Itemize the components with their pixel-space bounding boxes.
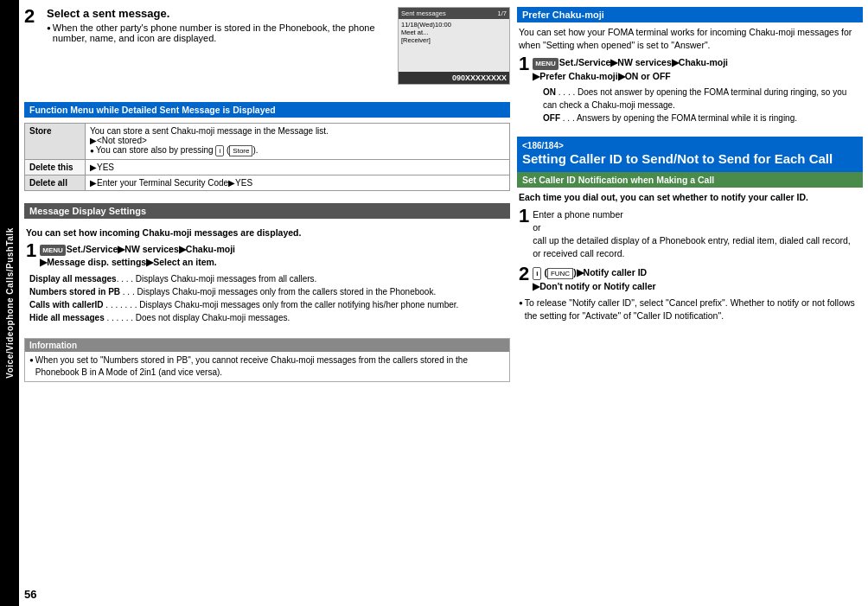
delete-this-content: ▶YES <box>86 160 510 175</box>
setting-label-0: Display all messages <box>29 274 117 284</box>
store-bullet-text: You can store also by pressing i (Store)… <box>96 145 258 156</box>
img-body: 11/18(Wed)10:00 Meet at... [Receiver] <box>399 19 509 72</box>
on-item: ON . . . . Does not answer by opening th… <box>543 86 861 112</box>
msg-display-header: Message Display Settings <box>24 203 510 219</box>
main-content: 2 Sent messages 1/7 11/18(Wed)10:00 Meet… <box>19 0 868 606</box>
img-header-right: 1/7 <box>498 10 507 17</box>
left-column: 2 Sent messages 1/7 11/18(Wed)10:00 Meet… <box>24 7 510 601</box>
table-row: Delete all ▶Enter your Terminal Security… <box>25 175 510 191</box>
func-menu-table: Store You can store a sent Chaku-moji me… <box>24 123 510 191</box>
msg-display-step1: 1 MENUSet./Service▶NW services▶Chaku-moj… <box>26 241 508 269</box>
store-content: You can store a sent Chaku-moji message … <box>86 124 510 160</box>
func-label: FUNC <box>547 268 573 279</box>
set-caller-notif-header: Set Caller ID Notification when Making a… <box>517 172 863 188</box>
info-bullet-text: When you set to "Numbers stored in PB", … <box>35 354 505 379</box>
set-caller-step2-num: 2 <box>519 265 529 293</box>
func-icon: i <box>533 267 541 280</box>
set-caller-bullet: To release "Notify caller ID", select "C… <box>519 297 861 322</box>
prefer-chaku-body: You can set how your FOMA terminal works… <box>517 22 863 128</box>
delete-all-content: ▶Enter your Terminal Security Code▶YES <box>86 175 510 191</box>
step2-bullet: When the other party's phone number is s… <box>47 22 391 43</box>
off-item: OFF . . . Answers by opening the FOMA te… <box>543 112 861 124</box>
store-icon-label: Store <box>229 145 252 156</box>
step2-number: 2 <box>24 7 41 88</box>
right-column: Prefer Chaku-moji You can set how your F… <box>517 7 863 601</box>
setting-desc-2: . . . . . . . Displays Chaku-moji messag… <box>104 300 459 309</box>
off-label: OFF <box>543 113 560 123</box>
step2-content: Sent messages 1/7 11/18(Wed)10:00 Meet a… <box>47 7 510 88</box>
info-body: When you set to "Numbers stored in PB", … <box>25 352 509 381</box>
off-desc: . . . Answers by opening the FOMA termin… <box>560 113 797 123</box>
prefer-step1-num: 1 <box>519 54 529 82</box>
setting-desc-0: . . . . Displays Chaku-moji messages fro… <box>117 274 317 284</box>
setting-desc-3: . . . . . . Does not display Chaku-moji … <box>105 313 290 322</box>
prefer-chaku-intro: You can set how your FOMA terminal works… <box>519 26 861 51</box>
set-caller-step1: 1 Enter a phone number or call up the de… <box>519 207 861 259</box>
setting-label-2: Calls with callerID <box>29 300 104 309</box>
list-item: Calls with callerID . . . . . . . Displa… <box>29 298 508 311</box>
img-meet: Meet at... <box>401 29 507 36</box>
prefer-step1: 1 MENUSet./Service▶NW services▶Chaku-moj… <box>519 54 861 82</box>
set-caller-step1-text: Enter a phone number or call up the deta… <box>533 207 861 259</box>
on-label: ON <box>543 87 556 97</box>
set-caller-body: Each time you dial out, you can set whet… <box>517 188 863 326</box>
step2-bullet-text: When the other party's phone number is s… <box>53 22 391 43</box>
img-date: 11/18(Wed)10:00 <box>401 21 507 29</box>
info-box: Information When you set to "Numbers sto… <box>24 338 510 382</box>
step2-block: 2 Sent messages 1/7 11/18(Wed)10:00 Meet… <box>24 7 510 88</box>
sidebar: Voice/Videophone Calls/PushTalk <box>0 0 19 606</box>
info-header: Information <box>25 339 509 352</box>
list-item: Hide all messages . . . . . . Does not d… <box>29 311 508 324</box>
img-header: Sent messages 1/7 <box>399 8 509 19</box>
step1-number: 1 <box>26 241 36 269</box>
list-item: Display all messages. . . . Displays Cha… <box>29 272 508 285</box>
caller-section-number: <186/184> <box>522 141 858 150</box>
img-header-left: Sent messages <box>401 10 446 17</box>
store-line1: You can store a sent Chaku-moji message … <box>90 126 329 136</box>
delete-all-label: Delete all <box>25 175 86 191</box>
step1-text: MENUSet./Service▶NW services▶Chaku-moji … <box>40 241 235 269</box>
img-receiver: [Receiver] <box>401 36 507 44</box>
page-number: 56 <box>24 584 510 601</box>
set-caller-step2: 2 i (FUNC)▶Notify caller ID ▶Don't notif… <box>519 265 861 293</box>
set-caller-bullet-text: To release "Notify caller ID", select "C… <box>525 297 861 322</box>
setting-items: Display all messages. . . . Displays Cha… <box>26 272 508 324</box>
menu-icon: MENU <box>40 245 66 256</box>
prefer-chaku-header: Prefer Chaku-moji <box>517 7 863 22</box>
store-icon: i <box>215 145 224 156</box>
store-bullet: You can store also by pressing i (Store)… <box>90 145 505 156</box>
set-caller-step2-content: i (FUNC)▶Notify caller ID ▶Don't notify … <box>533 265 655 293</box>
on-desc: . . . . Does not answer by opening the F… <box>543 87 846 110</box>
setting-caller-id-section: <186/184> Setting Caller ID to Send/Not … <box>517 137 863 172</box>
set-caller-step1-num: 1 <box>519 207 529 259</box>
table-row: Delete this ▶YES <box>25 160 510 175</box>
img-phone: 090XXXXXXXX <box>452 73 507 82</box>
store-label: Store <box>25 124 86 160</box>
caller-section-title: Setting Caller ID to Send/Not to Send fo… <box>522 150 858 168</box>
prefer-menu-icon: MENU <box>533 58 558 69</box>
on-off-section: ON . . . . Does not answer by opening th… <box>519 86 861 124</box>
msg-display-body: You can set how incoming Chaku-moji mess… <box>24 224 510 328</box>
setting-label-3: Hide all messages <box>29 313 105 322</box>
list-item: Numbers stored in PB . . . Displays Chak… <box>29 285 508 298</box>
setting-label-1: Numbers stored in PB <box>29 287 120 297</box>
info-bullet: When you set to "Numbers stored in PB", … <box>29 354 505 379</box>
func-menu-header: Function Menu while Detailed Sent Messag… <box>24 102 510 118</box>
sent-message-image: Sent messages 1/7 11/18(Wed)10:00 Meet a… <box>398 7 510 85</box>
set-caller-intro: Each time you dial out, you can set whet… <box>519 191 861 204</box>
store-arrow: ▶<Not stored> <box>90 136 147 145</box>
prefer-step1-text: MENUSet./Service▶NW services▶Chaku-moji … <box>533 54 728 82</box>
delete-this-label: Delete this <box>25 160 86 175</box>
msg-display-intro: You can set how incoming Chaku-moji mess… <box>26 227 508 238</box>
img-footer: 090XXXXXXXX <box>399 72 509 84</box>
table-row: Store You can store a sent Chaku-moji me… <box>25 124 510 160</box>
sidebar-label: Voice/Videophone Calls/PushTalk <box>5 227 15 378</box>
setting-desc-1: . . . Displays Chaku-moji messages only … <box>120 287 436 297</box>
